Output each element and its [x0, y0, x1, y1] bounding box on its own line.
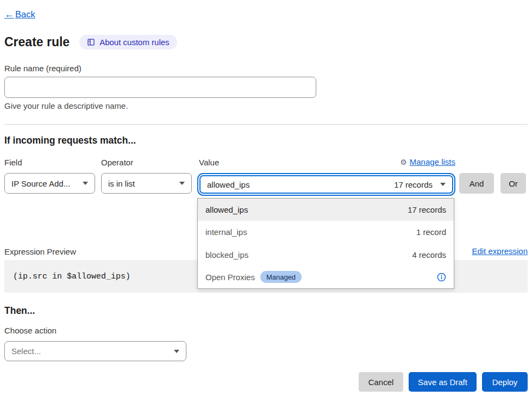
rule-name-label: Rule name (required) — [4, 64, 82, 73]
about-custom-rules-label: About custom rules — [99, 38, 169, 47]
operator-select[interactable]: is in list — [101, 173, 192, 194]
operator-select-value: is in list — [108, 179, 135, 188]
create-rule-page: ←Back Create rule About custom rules Rul… — [0, 0, 532, 402]
managed-badge: Managed — [260, 271, 302, 283]
list-option-name: allowed_ips — [205, 205, 248, 214]
page-title: Create rule — [4, 35, 70, 50]
expression-code: (ip.src in $allowed_ips) — [13, 272, 130, 281]
rule-name-helper: Give your rule a descriptive name. — [4, 101, 128, 110]
list-option-name: Open Proxies — [205, 273, 255, 282]
save-as-draft-button[interactable]: Save as Draft — [409, 372, 477, 392]
choose-action-label: Choose action — [4, 326, 57, 335]
field-select[interactable]: IP Source Add... — [4, 173, 95, 194]
deploy-button[interactable]: Deploy — [482, 372, 528, 392]
back-arrow-icon: ← — [4, 9, 14, 20]
cancel-button[interactable]: Cancel — [359, 372, 403, 392]
value-column-label: Value — [199, 158, 219, 167]
book-icon — [87, 38, 95, 46]
field-column-label: Field — [4, 158, 22, 167]
info-icon[interactable] — [437, 273, 446, 282]
or-button[interactable]: Or — [500, 173, 526, 194]
value-select-records: 17 records — [394, 180, 433, 189]
list-option-records: 4 records — [412, 250, 446, 259]
list-option-records: 17 records — [408, 205, 446, 214]
expression-preview-label: Expression Preview — [4, 247, 76, 256]
edit-expression-link[interactable]: Edit expression — [472, 246, 528, 256]
gear-icon: ⚙ — [400, 158, 407, 166]
chevron-down-icon — [174, 350, 179, 353]
manage-lists-link[interactable]: ⚙ Manage lists — [400, 157, 455, 166]
match-section-heading: If incoming requests match... — [4, 135, 136, 146]
operator-column-label: Operator — [101, 158, 133, 167]
list-option-open-proxies[interactable]: Open Proxies Managed — [198, 266, 454, 288]
chevron-down-icon — [440, 183, 446, 186]
list-option-blocked-ips[interactable]: blocked_ips 4 records — [198, 244, 454, 266]
action-select[interactable]: Select... — [4, 341, 186, 361]
rule-name-input[interactable] — [4, 77, 316, 98]
value-select[interactable]: allowed_ips 17 records — [199, 175, 453, 194]
list-dropdown-menu: allowed_ips 17 records internal_ips 1 re… — [197, 198, 454, 289]
about-custom-rules-link[interactable]: About custom rules — [79, 35, 177, 50]
manage-lists-label: Manage lists — [410, 157, 455, 166]
and-button[interactable]: And — [459, 173, 494, 194]
chevron-down-icon — [83, 182, 88, 185]
section-divider — [4, 124, 528, 125]
list-option-name: internal_ips — [205, 227, 247, 237]
back-link[interactable]: ←Back — [4, 9, 35, 20]
chevron-down-icon — [179, 182, 185, 185]
list-option-name: blocked_ips — [205, 250, 248, 259]
value-select-value: allowed_ips — [207, 180, 249, 189]
back-link-label: Back — [15, 9, 35, 20]
header: Create rule About custom rules — [4, 35, 177, 50]
field-select-value: IP Source Add... — [11, 179, 70, 188]
then-section-heading: Then... — [4, 305, 35, 317]
list-option-internal-ips[interactable]: internal_ips 1 record — [198, 221, 454, 243]
action-select-placeholder: Select... — [11, 347, 41, 356]
list-option-records: 1 record — [416, 227, 446, 237]
list-option-allowed-ips[interactable]: allowed_ips 17 records — [198, 199, 454, 221]
